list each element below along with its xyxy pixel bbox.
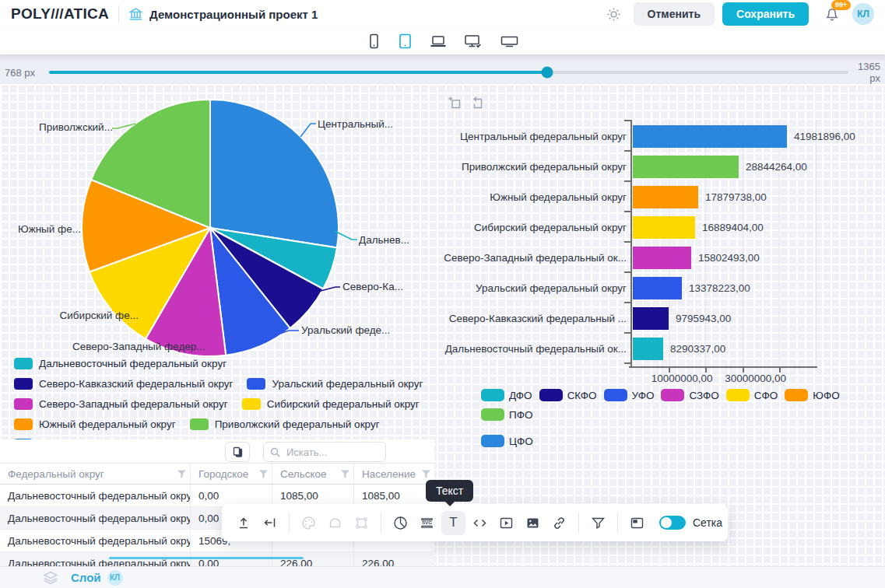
legend-swatch	[661, 389, 684, 401]
column-header[interactable]: Городское	[191, 464, 272, 484]
text-icon[interactable]: T	[441, 511, 465, 535]
image-icon[interactable]	[521, 511, 545, 535]
width-slider-track[interactable]	[49, 71, 848, 74]
cancel-button[interactable]: Отменить	[634, 2, 715, 26]
transform-icon[interactable]	[349, 511, 374, 535]
collapse-left-icon[interactable]	[258, 511, 282, 535]
filter-funnel-icon[interactable]	[258, 469, 269, 479]
toolbar-divider	[578, 513, 579, 533]
legend-swatch	[481, 435, 504, 447]
crop-icon[interactable]	[448, 96, 462, 110]
legend-label: Приволжский федеральный округ	[215, 418, 380, 430]
table-cell: Дальневосточный федеральный округ	[0, 485, 191, 506]
legend-label: ДФО	[509, 390, 532, 401]
legend-item[interactable]: Дальневосточный федеральный округ	[14, 358, 227, 369]
legend-item[interactable]: ДФО	[481, 389, 532, 401]
legend-label: Южный федеральный округ	[39, 418, 176, 430]
search-input[interactable]	[285, 446, 379, 459]
gear-icon[interactable]	[605, 5, 623, 23]
legend-item[interactable]: УФО	[604, 389, 655, 401]
device-laptop-icon[interactable]	[428, 32, 448, 51]
bar-СКФО[interactable]	[633, 307, 669, 330]
container-icon[interactable]	[323, 511, 347, 535]
pie-chart-icon[interactable]	[388, 511, 413, 535]
dashboard-canvas[interactable]: Центральный... Дальнев... Северо-Ка... У…	[0, 84, 885, 566]
code-icon[interactable]	[468, 511, 492, 535]
pie-label-szfo: Северо-Западный федер...	[72, 341, 205, 352]
column-header[interactable]: Население	[354, 464, 434, 484]
legend-item[interactable]: Сибирский федеральный округ	[242, 398, 420, 410]
device-tablet-icon[interactable]	[396, 32, 414, 51]
bar-axis-tick-label: 10000000,00	[635, 373, 729, 384]
table-cell: 1085,00	[354, 485, 434, 506]
legend-item[interactable]: ПФО	[481, 408, 532, 421]
device-desktop-check-icon[interactable]	[462, 32, 485, 51]
undo-box-icon[interactable]	[470, 96, 483, 110]
bar-value-label: 15802493,00	[698, 243, 760, 273]
frame-icon[interactable]	[625, 511, 649, 535]
grid-toggle-switch[interactable]	[659, 516, 686, 530]
column-header-label: Федеральный округ	[8, 468, 104, 480]
legend-swatch	[539, 389, 563, 401]
legend-swatch	[247, 378, 265, 390]
link-icon[interactable]	[547, 511, 571, 535]
layers-icon[interactable]	[43, 571, 58, 585]
save-button[interactable]: Сохранить	[722, 2, 809, 26]
legend-swatch	[604, 389, 627, 401]
slider-max-label: 1365 px	[848, 61, 885, 84]
filter-funnel-icon[interactable]	[340, 469, 350, 479]
bar-axis-ytick	[624, 180, 630, 182]
notifications[interactable]: 99+	[824, 6, 840, 22]
bar-ПФО[interactable]	[633, 156, 739, 178]
legend-label: Северо-Кавказский федеральный округ	[39, 378, 233, 390]
legend-item[interactable]: Северо-Западный федеральный округ	[14, 398, 228, 410]
table-widget: Федеральный округГородскоеСельскоеНаселе…	[0, 439, 434, 566]
video-icon[interactable]	[494, 511, 518, 535]
legend-swatch	[14, 398, 33, 410]
polymatica-logo: POLY///ATICA	[11, 5, 109, 23]
legend-item[interactable]: Уральский федеральный округ	[247, 378, 423, 390]
column-header[interactable]: Сельское	[272, 464, 354, 484]
bar-value-label: 8290337,00	[670, 334, 725, 364]
bar-ДФО[interactable]	[633, 338, 663, 360]
upload-icon[interactable]	[231, 511, 255, 535]
pie-label-dfo: Дальнев...	[359, 234, 409, 246]
device-phone-icon[interactable]	[366, 32, 382, 51]
legend-label: Уральский федеральный округ	[272, 378, 423, 390]
table-horizontal-scrollbar[interactable]	[109, 557, 304, 559]
copy-button[interactable]	[225, 442, 250, 462]
legend-item[interactable]: Северо-Кавказский федеральный округ	[14, 378, 233, 390]
table-cell: 226,00	[354, 552, 434, 566]
legend-item[interactable]: ЮФО	[785, 389, 839, 401]
device-widescreen-icon[interactable]	[499, 32, 520, 51]
bar-ЦФО[interactable]	[633, 125, 787, 148]
legend-item[interactable]: СЗФО	[661, 389, 718, 401]
legend-item[interactable]: СФО	[726, 389, 778, 401]
legend-item[interactable]: СКФО	[539, 389, 597, 401]
filter-icon[interactable]	[586, 511, 610, 535]
bar-category-label: Уральский федеральный округ	[436, 273, 627, 303]
gap-strip	[0, 54, 885, 61]
column-header[interactable]: Федеральный округ	[0, 464, 191, 484]
palette-icon[interactable]	[297, 511, 321, 535]
legend-item[interactable]: Южный федеральный округ	[14, 418, 176, 430]
svg-icon[interactable]: SVG	[415, 511, 439, 535]
layer-tab[interactable]: Слой	[71, 571, 101, 584]
avatar[interactable]: КЛ	[852, 3, 874, 25]
filter-funnel-icon[interactable]	[177, 469, 187, 479]
width-slider-handle[interactable]	[541, 67, 553, 79]
grid-toggle[interactable]: Сетка	[659, 516, 722, 530]
svg-text:SVG: SVG	[422, 520, 432, 525]
table-cell: 1085,00	[272, 485, 354, 506]
bar-ЮФО[interactable]	[633, 186, 698, 208]
legend-item[interactable]: ЦФО	[481, 435, 533, 447]
bar-СЗФО[interactable]	[633, 247, 691, 269]
legend-label: СФО	[754, 390, 778, 401]
bar-УФО[interactable]	[633, 277, 682, 299]
legend-item[interactable]: Приволжский федеральный округ	[190, 418, 380, 430]
table-row[interactable]: Дальневосточный федеральный округ0,00226…	[0, 552, 434, 566]
table-controls	[0, 439, 434, 463]
app-window: POLY///ATICA Демонстрационный проект 1 О…	[0, 0, 885, 588]
filter-funnel-icon[interactable]	[421, 469, 431, 479]
bar-СФО[interactable]	[633, 216, 695, 239]
